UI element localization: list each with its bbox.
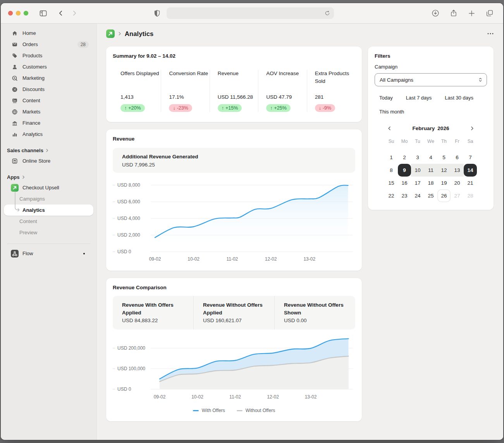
calendar-day-15[interactable]: 15 — [385, 177, 398, 189]
calendar-weekday: Fr — [451, 136, 464, 146]
calendar-day-12[interactable]: 12 — [437, 164, 451, 177]
metric-value: 1,413 — [120, 94, 161, 100]
calendar-day-8[interactable]: 8 — [385, 164, 398, 177]
sidebar-item-flow[interactable]: Flow — [4, 248, 93, 259]
comparison-stat-revenue-with-offers-applied: Revenue With Offers AppliedUSD 84,883.22 — [113, 296, 193, 330]
quick-range-last-30-days[interactable]: Last 30 days — [445, 95, 473, 101]
metric-delta-badge: ↑+20% — [120, 104, 145, 112]
delta-value: -23% — [177, 105, 188, 111]
privacy-shield-icon[interactable] — [153, 9, 161, 17]
calendar-day-17[interactable]: 17 — [411, 177, 424, 189]
sidebar-subitem-preview[interactable]: Preview — [4, 227, 93, 238]
sidebar-item-label: Discounts — [22, 86, 45, 92]
sidebar-item-marketing[interactable]: Marketing — [4, 72, 93, 84]
back-button[interactable] — [57, 9, 65, 17]
calendar-day-1[interactable]: 1 — [385, 151, 398, 164]
sidebar-item-online-store[interactable]: Online Store — [4, 155, 93, 167]
calendar-day-5[interactable]: 5 — [437, 151, 451, 164]
sidebar-item-finance[interactable]: Finance — [4, 117, 93, 129]
legend-label: Without Offers — [246, 408, 275, 413]
sidebar-item-label: Orders — [22, 41, 38, 47]
calendar-day-9[interactable]: 9 — [398, 164, 411, 177]
calendar-day-22[interactable]: 22 — [385, 189, 398, 202]
sidebar-item-products[interactable]: Products — [4, 50, 93, 61]
sidebar-item-home[interactable]: Home — [4, 27, 93, 39]
calendar-day-7[interactable]: 7 — [464, 151, 477, 164]
calendar-next-month-icon[interactable] — [469, 125, 475, 132]
sidebar: HomeOrders28ProductsCustomersMarketingDi… — [1, 24, 97, 440]
svg-text:USD 0: USD 0 — [117, 249, 131, 254]
browser-toolbar — [1, 3, 503, 24]
forward-button[interactable] — [71, 9, 78, 17]
metric-delta-badge: ↑+25% — [266, 104, 291, 112]
metric-label: Conversion Rate — [169, 70, 209, 94]
calendar-day-2[interactable]: 2 — [398, 151, 411, 164]
discounts-icon — [12, 86, 18, 93]
more-menu-button[interactable] — [485, 31, 495, 36]
calendar-day-21[interactable]: 21 — [464, 177, 477, 189]
share-icon[interactable] — [449, 9, 458, 17]
calendar-day-10[interactable]: 10 — [411, 164, 424, 177]
app-breadcrumb-icon[interactable] — [106, 29, 115, 38]
calendar-year: 2026 — [437, 125, 449, 131]
minimize-window-button[interactable] — [16, 11, 21, 15]
sidebar-item-content[interactable]: Content — [4, 95, 93, 106]
reload-icon[interactable] — [324, 10, 330, 16]
metric-value: 281 — [315, 94, 355, 100]
calendar-day-16[interactable]: 16 — [398, 177, 411, 189]
downloads-icon[interactable] — [431, 9, 440, 17]
quick-range-today[interactable]: Today — [379, 95, 393, 101]
calendar-day-26[interactable]: 26 — [437, 189, 451, 202]
sidebar-item-analytics[interactable]: Analytics — [4, 129, 93, 140]
summary-card: Summary for 9.02 – 14.02 Offers Displaye… — [106, 46, 362, 122]
sidebar-section-apps[interactable]: Apps — [1, 172, 96, 182]
chevron-right-icon — [45, 149, 49, 152]
zoom-window-button[interactable] — [24, 11, 28, 15]
sidebar-item-checkout-upsell[interactable]: Checkout Upsell — [4, 182, 93, 193]
comparison-stats: Revenue With Offers AppliedUSD 84,883.22… — [113, 296, 355, 330]
new-tab-icon[interactable] — [468, 9, 476, 17]
calendar-day-19[interactable]: 19 — [437, 177, 451, 189]
calendar-day-6[interactable]: 6 — [451, 151, 464, 164]
summary-metric-offers-displayed: Offers Displayed1,413↑+20% — [113, 70, 161, 112]
address-bar[interactable] — [167, 7, 334, 19]
calendar-day-18[interactable]: 18 — [424, 177, 437, 189]
calendar-day-13[interactable]: 13 — [451, 164, 464, 177]
quick-range-last-7-days[interactable]: Last 7 days — [406, 95, 432, 101]
calendar-weekday: Su — [385, 136, 398, 146]
calendar-day-20[interactable]: 20 — [451, 177, 464, 189]
sidebar-toggle-icon[interactable] — [39, 9, 48, 18]
calendar-day-3[interactable]: 3 — [411, 151, 424, 164]
sidebar-item-discounts[interactable]: Discounts — [4, 84, 93, 95]
metric-label: Revenue — [218, 70, 258, 94]
revenue-comparison-chart: USD 200,000USD 100,000USD 009-0210-0211-… — [113, 335, 355, 402]
revenue-card-title: Revenue — [113, 136, 355, 142]
calendar-day-11[interactable]: 11 — [424, 164, 437, 177]
svg-text:13-02: 13-02 — [303, 256, 315, 262]
customers-icon — [12, 64, 18, 70]
calendar-day-23[interactable]: 23 — [398, 189, 411, 202]
stat-label: Revenue With Offers Applied — [122, 301, 189, 317]
calendar-day-24[interactable]: 24 — [411, 189, 424, 202]
svg-text:10-02: 10-02 — [191, 394, 203, 400]
metric-label: Offers Displayed — [120, 70, 161, 94]
calendar-prev-month-icon[interactable] — [386, 125, 393, 132]
sidebar-item-customers[interactable]: Customers — [4, 61, 93, 72]
calendar-day-4[interactable]: 4 — [424, 151, 437, 164]
calendar-day-25[interactable]: 25 — [424, 189, 437, 202]
sidebar-item-label: Markets — [22, 109, 40, 115]
close-window-button[interactable] — [8, 11, 13, 15]
sidebar-item-orders[interactable]: Orders28 — [4, 39, 93, 50]
quick-range-this-month[interactable]: This month — [379, 109, 404, 115]
calendar-day-14[interactable]: 14 — [464, 164, 477, 177]
legend-label: With Offers — [202, 408, 225, 413]
sidebar-section-sales-channels[interactable]: Sales channels — [1, 145, 96, 155]
campaign-select[interactable]: All Campaigns — [375, 73, 487, 86]
tab-overview-icon[interactable] — [485, 9, 494, 17]
delta-value: +15% — [225, 105, 238, 111]
sidebar-item-markets[interactable]: Markets — [4, 106, 93, 117]
page-header: Analytics — [97, 24, 503, 46]
stat-label: Revenue Without Offers Shown — [284, 301, 351, 317]
content-icon — [12, 98, 18, 104]
sidebar-subitem-content[interactable]: Content — [4, 216, 93, 227]
